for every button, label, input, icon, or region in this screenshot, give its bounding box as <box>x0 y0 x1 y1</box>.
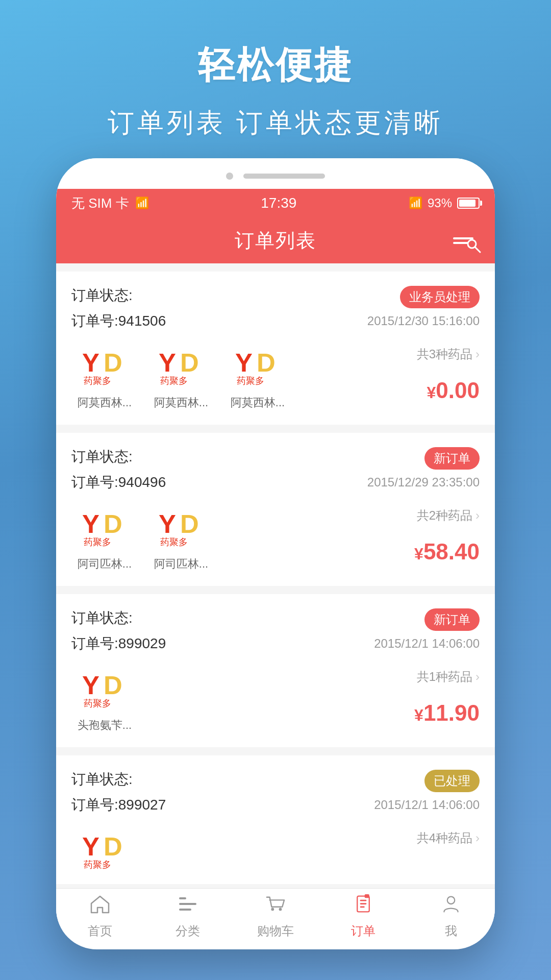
svg-rect-30 <box>360 903 367 904</box>
svg-rect-24 <box>179 903 196 905</box>
phone-camera <box>226 173 233 180</box>
yd-brand-logo-2: Y D 药聚多 <box>156 344 207 389</box>
battery-box <box>457 198 480 209</box>
order-status-label-2: 订单状态: <box>71 447 133 467</box>
product-name-1-1: 阿莫西林... <box>78 395 132 410</box>
order-time-4: 2015/12/1 14:06:00 <box>374 798 480 812</box>
order-card-3[interactable]: 订单状态: 新订单 订单号:899029 2015/12/1 14:06:00 … <box>56 594 495 747</box>
product-logo-2-2: Y D 药聚多 <box>153 502 209 553</box>
svg-text:D: D <box>104 671 122 700</box>
products-row-1: Y D 药聚多 阿莫西林... Y D <box>71 341 480 410</box>
nav-search-filter-button[interactable] <box>453 228 480 253</box>
order-status-label-1: 订单状态: <box>71 286 133 305</box>
order-meta-2: 订单号:940496 2015/12/29 23:35:00 <box>71 473 480 492</box>
promo-area: 轻松便捷 订单列表 订单状态更清晰 <box>0 0 551 172</box>
product-summary-2: 共2种药品 › ¥58.40 <box>388 502 480 565</box>
home-icon <box>89 894 111 919</box>
battery-fill <box>459 200 475 207</box>
order-time-2: 2015/12/29 23:35:00 <box>367 475 480 489</box>
battery-indicator <box>457 198 480 209</box>
yd-brand-logo-4: Y D 药聚多 <box>79 505 130 550</box>
bluetooth-icon: 📶 <box>409 197 422 210</box>
phone-inner: 无 SIM 卡 📶 17:39 📶 93% 订单列表 <box>56 189 495 944</box>
product-logo-2-1: Y D 药聚多 <box>77 502 133 553</box>
svg-text:Y: Y <box>82 509 99 538</box>
search-filter-icon <box>453 228 480 253</box>
phone-mockup: 无 SIM 卡 📶 17:39 📶 93% 订单列表 <box>56 158 495 949</box>
svg-text:Y: Y <box>159 509 176 538</box>
svg-text:D: D <box>257 348 276 377</box>
cart-icon <box>265 894 286 919</box>
tab-cart[interactable]: 购物车 <box>232 894 319 939</box>
yd-brand-logo: Y D 药聚多 <box>79 344 130 389</box>
battery-percent: 93% <box>428 196 452 210</box>
search-icon <box>466 238 482 254</box>
product-name-1-3: 阿莫西林... <box>231 395 285 410</box>
products-list-4: Y D 药聚多 <box>71 825 388 876</box>
promo-title: 轻松便捷 <box>31 41 520 90</box>
status-right: 📶 93% <box>409 196 480 210</box>
tab-me-label: 我 <box>445 923 457 939</box>
yd-brand-logo-7: Y D 药聚多 <box>79 828 130 873</box>
yd-brand-logo-3: Y D 药聚多 <box>232 344 283 389</box>
tab-bar: 首页 分类 <box>56 888 495 944</box>
svg-text:Y: Y <box>159 348 176 377</box>
tab-orders[interactable]: 订单 <box>319 894 407 939</box>
svg-point-33 <box>447 896 455 903</box>
order-meta-3: 订单号:899029 2015/12/1 14:06:00 <box>71 634 480 653</box>
order-card-4[interactable]: 订单状态: 已处理 订单号:899027 2015/12/1 14:06:00 … <box>56 755 495 884</box>
order-status-label-4: 订单状态: <box>71 770 133 789</box>
svg-text:D: D <box>180 509 199 538</box>
order-meta-1: 订单号:941506 2015/12/30 15:16:00 <box>71 311 480 331</box>
chevron-icon-3: › <box>475 670 480 684</box>
status-left: 无 SIM 卡 📶 <box>71 194 149 212</box>
order-time-1: 2015/12/30 15:16:00 <box>367 314 480 328</box>
order-number-2: 订单号:940496 <box>71 473 166 492</box>
tab-home[interactable]: 首页 <box>56 894 144 939</box>
product-logo-1-3: Y D 药聚多 <box>230 341 286 392</box>
svg-rect-25 <box>179 909 191 911</box>
svg-rect-29 <box>360 899 367 901</box>
products-row-3: Y D 药聚多 头孢氨苄... 共1种药品 › ¥11.90 <box>71 664 480 733</box>
tab-me[interactable]: 我 <box>407 894 495 939</box>
product-count-3: 共1种药品 › <box>417 669 480 685</box>
order-number-1: 订单号:941506 <box>71 311 166 331</box>
product-logo-1-2: Y D 药聚多 <box>153 341 209 392</box>
tab-category-label: 分类 <box>176 923 200 939</box>
product-count-2: 共2种药品 › <box>417 507 480 524</box>
svg-text:D: D <box>104 509 122 538</box>
product-item-3-1: Y D 药聚多 头孢氨苄... <box>71 664 138 733</box>
yd-brand-logo-6: Y D 药聚多 <box>79 667 130 712</box>
svg-text:D: D <box>104 832 122 861</box>
order-card-2[interactable]: 订单状态: 新订单 订单号:940496 2015/12/29 23:35:00… <box>56 433 495 586</box>
product-item-1-3: Y D 药聚多 阿莫西林... <box>224 341 291 410</box>
status-time: 17:39 <box>261 195 296 211</box>
svg-text:Y: Y <box>235 348 253 377</box>
svg-text:药聚多: 药聚多 <box>84 537 111 547</box>
order-status-badge-2: 新订单 <box>424 447 480 470</box>
order-price-1: ¥0.00 <box>427 378 480 403</box>
products-list-2: Y D 药聚多 阿司匹林... Y D <box>71 502 388 572</box>
products-list-1: Y D 药聚多 阿莫西林... Y D <box>71 341 388 410</box>
order-header-4: 订单状态: 已处理 <box>71 770 480 792</box>
promo-subtitle: 订单列表 订单状态更清晰 <box>31 105 520 141</box>
svg-text:D: D <box>180 348 199 377</box>
order-card-1[interactable]: 订单状态: 业务员处理 订单号:941506 2015/12/30 15:16:… <box>56 272 495 425</box>
svg-text:Y: Y <box>82 832 99 861</box>
nav-title: 订单列表 <box>235 228 316 254</box>
product-name-1-2: 阿莫西林... <box>154 395 208 410</box>
product-item-4-1: Y D 药聚多 <box>71 825 138 876</box>
person-icon <box>440 894 462 919</box>
product-count-1: 共3种药品 › <box>417 346 480 362</box>
order-meta-4: 订单号:899027 2015/12/1 14:06:00 <box>71 795 480 815</box>
tab-cart-label: 购物车 <box>257 923 294 939</box>
tab-category[interactable]: 分类 <box>144 894 232 939</box>
product-item-1-1: Y D 药聚多 阿莫西林... <box>71 341 138 410</box>
order-status-label-3: 订单状态: <box>71 608 133 628</box>
product-summary-1: 共3种药品 › ¥0.00 <box>388 341 480 403</box>
svg-text:药聚多: 药聚多 <box>160 537 188 547</box>
chevron-icon-4: › <box>475 831 480 845</box>
order-status-badge-3: 新订单 <box>424 608 480 631</box>
svg-line-1 <box>475 247 480 252</box>
order-status-badge-4: 已处理 <box>424 770 480 792</box>
